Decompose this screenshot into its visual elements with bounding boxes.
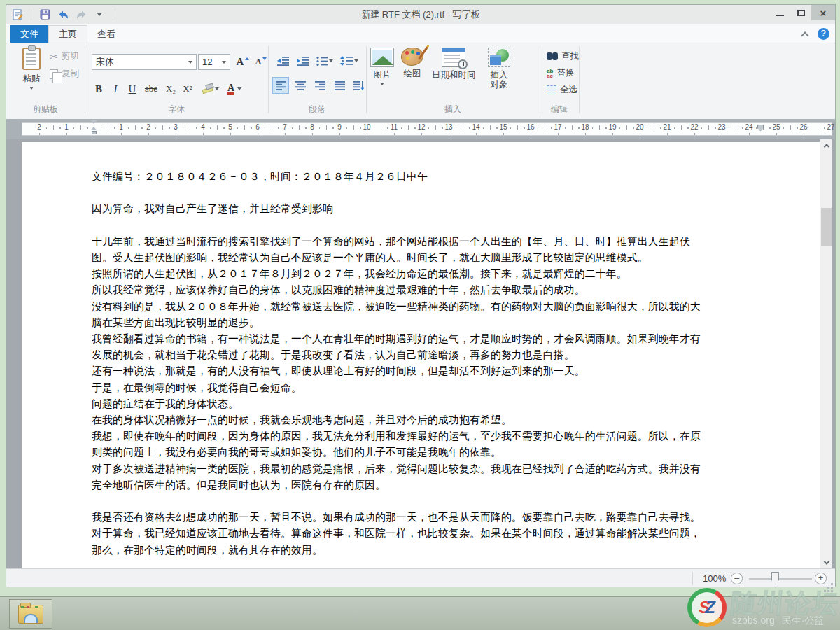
save-button[interactable] xyxy=(38,8,52,22)
document-line[interactable]: 我想，即使在晚年的时间段，因为身体的原因，我无法充分利用和发挥最好的运气，至少我… xyxy=(92,428,753,444)
paste-button[interactable]: 粘贴 xyxy=(16,48,47,108)
insert-object-button[interactable]: 插入对象 xyxy=(488,48,510,90)
list-button[interactable] xyxy=(314,52,335,69)
document-line[interactable]: 对于多次被送进精神病一类的医院，我最初的感觉是痛恨，后来，觉得问题比较复杂。我现… xyxy=(92,461,753,477)
zoom-in-button[interactable]: + xyxy=(815,573,827,584)
cut-button[interactable]: ✂ 剪切 xyxy=(50,50,79,62)
align-left-button[interactable] xyxy=(272,77,289,94)
font-size-combobox[interactable]: 12 xyxy=(198,54,230,70)
resize-grip[interactable] xyxy=(831,583,833,585)
window-title: 新建 RTF 文档 (2).rtf - 写字板 xyxy=(6,8,835,21)
start-button-edge[interactable] xyxy=(0,599,6,629)
collapse-ribbon-icon[interactable] xyxy=(801,31,808,39)
insert-datetime-button[interactable]: 日期和时间 xyxy=(432,48,476,80)
zoom-out-button[interactable]: – xyxy=(731,573,743,584)
italic-button[interactable]: I xyxy=(108,80,122,97)
document-line[interactable]: 对于算命，我已经知道应该正确地去看待。算命这件事，和医院一样，也比较复杂。如果在… xyxy=(92,526,753,542)
redo-button[interactable] xyxy=(74,8,88,22)
wordpad-app-icon[interactable] xyxy=(10,8,24,22)
document-line[interactable]: 没有料到的是，我从２００８年开始，就经常被送去医院，被迫吃一些精神类的药物。有的… xyxy=(92,299,753,315)
document-line[interactable] xyxy=(92,218,753,234)
help-icon[interactable]: ? xyxy=(818,28,830,40)
ruler-tick xyxy=(496,127,498,129)
document-line[interactable]: 我是否还有资格去幻想成功的那一天，暂且不说。如果有成功的那一天，也不是从天而降的… xyxy=(92,510,753,526)
replace-button[interactable]: abac 替换 xyxy=(547,67,574,79)
document-line[interactable] xyxy=(92,493,753,510)
maximize-button[interactable] xyxy=(790,5,811,20)
document-text[interactable]: 文件编号：２０１８０４２６－０３，时间：２０１８年４月２６日中午 因为算命，我对… xyxy=(92,169,753,559)
scroll-down-icon[interactable] xyxy=(820,556,832,568)
font-color-dropdown-icon xyxy=(237,88,241,90)
document-line[interactable]: 所以我经常觉得，应该保养好自己的身体，以克服困难的精神度过最艰难的十年，然后去争… xyxy=(92,282,753,298)
document-line[interactable]: 则类的问题上，我没有必要向我的哥哥或姐姐妥协。他们的儿子不可能是我晚年的依靠。 xyxy=(92,444,753,461)
zoom-slider-thumb[interactable] xyxy=(771,572,779,584)
document-line[interactable]: 按照所谓的人生起伏图，从２０１７年８月到２０２７年，我会经历命运的最低潮。接下来… xyxy=(92,266,753,282)
insert-picture-button[interactable]: 图片 xyxy=(370,48,394,85)
tab-file[interactable]: 文件 xyxy=(10,25,48,43)
scrollbar-thumb[interactable] xyxy=(821,208,832,246)
ruler-tick xyxy=(265,127,266,129)
tab-view[interactable]: 查看 xyxy=(88,25,125,43)
strikethrough-button[interactable]: abe xyxy=(142,80,160,97)
shrink-font-button[interactable]: A xyxy=(253,53,269,70)
ruler-tick xyxy=(394,133,395,135)
document-line[interactable]: 问题的症结在于我的身体状态。 xyxy=(92,396,753,412)
ruler-tick xyxy=(749,133,750,135)
document-line[interactable]: 因为算命，我对自己产生了迷信，并且经常受到影响 xyxy=(92,201,753,217)
ruler-tick xyxy=(633,127,634,129)
close-icon: × xyxy=(820,7,827,19)
customize-qat-dropdown[interactable] xyxy=(92,8,106,22)
document-line[interactable]: 在我的身体状况稍微好一点的时候，我就会乐观地考虑问题，并且对今后的成功抱有希望。 xyxy=(92,412,753,428)
subscript-button[interactable]: X₂ xyxy=(163,80,178,97)
scroll-up-icon[interactable] xyxy=(820,139,832,151)
ruler-tick xyxy=(374,127,375,129)
align-right-button[interactable] xyxy=(312,77,328,94)
document-line[interactable]: 图。受人生起伏图的影响，我经常认为自己不应该是一个平庸的人。时间长了，就在大脑里… xyxy=(92,250,753,266)
paragraph-dialog-button[interactable] xyxy=(351,77,368,94)
ruler-tick xyxy=(681,125,682,130)
left-indent-marker[interactable] xyxy=(91,120,97,134)
document-line[interactable]: 脑在某些方面出现比较明显的退步。 xyxy=(92,315,753,331)
font-family-combobox[interactable]: 宋体 xyxy=(92,54,197,70)
document-line[interactable]: 完全地听信医生的话。但是我同时也认为，医院有存在的原因。 xyxy=(92,477,753,493)
bold-button[interactable]: B xyxy=(92,80,106,97)
find-button[interactable]: 查找 xyxy=(547,50,579,62)
grow-font-button[interactable]: A xyxy=(235,53,251,70)
font-color-button[interactable]: A xyxy=(223,80,246,97)
document-line[interactable]: 我曾经翻看过算命的书籍，有一种说法是，一个人在青壮年的时期遇到好的运气，才是顺应… xyxy=(92,331,753,347)
copy-button[interactable]: 复制 xyxy=(50,68,79,80)
ruler-number: 24 xyxy=(745,123,752,131)
ruler-tick xyxy=(476,133,477,135)
document-line[interactable]: 十几年前，我通过当时流行的搜索引擎找到了一个算命的网站，那个网站能根据一个人出生… xyxy=(92,234,753,250)
document-line[interactable]: 发展的机会，就相当于花朵错过了花期。于是我改变了看法，认为自己前途暗淡，再多的努… xyxy=(92,347,753,363)
highlight-color-button[interactable] xyxy=(200,80,220,97)
document-line[interactable] xyxy=(92,185,753,201)
increase-indent-button[interactable] xyxy=(295,52,312,69)
ruler-tick xyxy=(367,133,368,135)
tab-home[interactable]: 主页 xyxy=(48,25,88,43)
ruler-tick xyxy=(510,127,512,129)
align-center-button[interactable] xyxy=(292,77,309,94)
line-spacing-button[interactable] xyxy=(338,52,360,69)
vertical-scrollbar[interactable] xyxy=(820,139,832,568)
select-all-button[interactable]: 全选 xyxy=(547,84,578,96)
document-line[interactable]: 还有一种说法，那就是，有的人没有福气，即使从理论上有好的时间段，但是却活不到好运… xyxy=(92,363,753,379)
ruler-tick xyxy=(183,127,184,129)
document-line[interactable]: 那么，在那个特定的时间段，就有其存在的效用。 xyxy=(92,542,753,559)
superscript-button[interactable]: X² xyxy=(180,80,195,97)
close-button[interactable]: × xyxy=(811,5,835,20)
document-line[interactable]: 文件编号：２０１８０４２６－０３，时间：２０１８年４月２６日中午 xyxy=(92,169,753,185)
underline-button[interactable]: U xyxy=(125,80,139,97)
minimize-button[interactable] xyxy=(769,5,790,20)
ruler-number: 23 xyxy=(718,123,725,131)
zoom-slider-track[interactable] xyxy=(749,578,812,580)
insert-drawing-button[interactable]: 绘图 xyxy=(401,48,424,78)
decrease-indent-button[interactable] xyxy=(275,52,292,69)
document-page[interactable]: 文件编号：２０１８０４２６－０３，时间：２０１８年４月２６日中午 因为算命，我对… xyxy=(22,142,821,568)
undo-button[interactable] xyxy=(56,8,70,22)
justify-button[interactable] xyxy=(331,77,348,94)
document-line[interactable]: 于是，在最倒霉的时候，我觉得自己会短命。 xyxy=(92,380,753,396)
ruler-number: 19 xyxy=(608,123,616,131)
ruler-tick xyxy=(517,125,518,130)
taskbar-file-explorer-button[interactable] xyxy=(9,599,52,629)
